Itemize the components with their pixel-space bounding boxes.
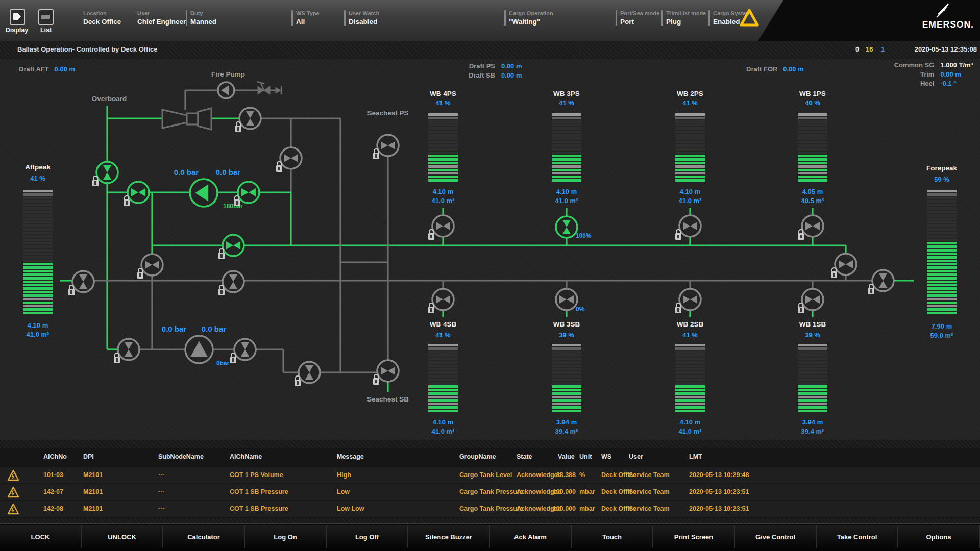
gauge-segment bbox=[428, 344, 458, 346]
column-header-group[interactable]: GroupName bbox=[459, 453, 496, 460]
crossover-top-valve[interactable] bbox=[276, 147, 302, 172]
column-header-dpi[interactable]: DPI bbox=[83, 453, 94, 460]
command-button-unlock[interactable]: UNLOCK bbox=[82, 525, 163, 548]
column-header-unit[interactable]: Unit bbox=[579, 453, 592, 460]
gauge-segment bbox=[927, 270, 957, 272]
alarm-cell-dpi: M2101 bbox=[83, 471, 103, 479]
column-header-sub[interactable]: SubNodeName bbox=[158, 453, 204, 460]
fire-line-valve[interactable] bbox=[257, 82, 281, 94]
pressure-readout: 0.0 bar bbox=[174, 168, 199, 177]
fire-pump[interactable] bbox=[218, 82, 234, 98]
fwd-line-valve[interactable] bbox=[868, 270, 894, 294]
command-button-calculator[interactable]: Calculator bbox=[163, 525, 245, 548]
gauge-segment bbox=[428, 371, 458, 374]
gauge-segment bbox=[798, 117, 827, 119]
column-header-lmt[interactable]: LMT bbox=[689, 453, 702, 460]
command-button-take-control[interactable]: Take Control bbox=[817, 525, 898, 548]
command-button-print-screen[interactable]: Print Screen bbox=[653, 525, 735, 548]
seachest-sb-label: Seachest SB bbox=[367, 395, 409, 403]
gauge-segment bbox=[798, 120, 827, 123]
column-header-no[interactable]: AlChNo bbox=[43, 453, 67, 460]
ballast-pump-1[interactable] bbox=[190, 179, 217, 207]
command-button-log-off[interactable]: Log Off bbox=[327, 525, 408, 548]
list-icon bbox=[41, 15, 50, 19]
trim-label: Trim bbox=[894, 70, 935, 78]
tank-level-gauge bbox=[428, 113, 458, 182]
tank-volume-value: 41.0 m³ bbox=[2, 331, 74, 338]
command-button-options[interactable]: Options bbox=[898, 525, 980, 548]
gauge-segment bbox=[798, 403, 827, 405]
wb3ps-valve[interactable] bbox=[556, 216, 577, 238]
column-header-msg[interactable]: Message bbox=[337, 453, 364, 460]
command-button-give-control[interactable]: Give Control bbox=[735, 525, 817, 548]
column-header-state[interactable]: State bbox=[517, 453, 532, 460]
gauge-segment bbox=[552, 152, 581, 154]
padlock-icon bbox=[124, 196, 130, 206]
stripping-valve[interactable] bbox=[295, 362, 320, 386]
gauge-segment bbox=[552, 365, 581, 367]
alarm-row[interactable]: 142-07M2101---COT 1 SB PressureLowCargo … bbox=[0, 484, 980, 500]
column-header-value[interactable]: Value bbox=[558, 453, 575, 460]
suction-line-valve[interactable] bbox=[218, 271, 244, 295]
wb2ps-valve[interactable] bbox=[675, 215, 701, 240]
gauge-segment bbox=[428, 152, 458, 154]
emerson-logo-icon bbox=[932, 2, 952, 19]
tank-percent: 59 % bbox=[906, 176, 977, 183]
alarm-list: AlChNoDPISubNodeNameAlChNameMessageGroup… bbox=[0, 448, 980, 518]
wb4sb-valve[interactable] bbox=[428, 289, 454, 313]
alarm-row[interactable]: 142-08M2101---COT 1 SB PressureLow LowCa… bbox=[0, 501, 980, 517]
column-header-user[interactable]: User bbox=[629, 453, 643, 460]
wb1ps-valve[interactable] bbox=[798, 215, 823, 240]
display-button[interactable] bbox=[10, 9, 25, 25]
gauge-segment bbox=[675, 403, 705, 405]
gauge-segment bbox=[552, 354, 581, 357]
fwd-riser-valve[interactable] bbox=[831, 254, 856, 278]
command-button-silence-buzzer[interactable]: Silence Buzzer bbox=[408, 525, 490, 548]
command-button-touch[interactable]: Touch bbox=[572, 525, 653, 548]
tank-volume-value: 41.0 m³ bbox=[654, 197, 726, 205]
screen-title: Ballast Operation- Controlled by Deck Of… bbox=[17, 45, 158, 53]
pump2-discharge-valve[interactable] bbox=[230, 339, 256, 363]
main-line-valve[interactable] bbox=[218, 235, 244, 259]
heel-value: -0.1 ° bbox=[940, 80, 973, 87]
gauge-segment bbox=[552, 165, 581, 168]
gauge-segment bbox=[675, 399, 705, 402]
pump2-suction-valve[interactable] bbox=[114, 339, 139, 363]
gauge-segment bbox=[798, 137, 827, 140]
gauge-segment bbox=[552, 113, 581, 116]
riser-valve[interactable] bbox=[137, 254, 163, 279]
command-button-lock[interactable]: LOCK bbox=[0, 525, 82, 548]
wb2sb-valve[interactable] bbox=[675, 289, 701, 313]
ballast-pump-2[interactable] bbox=[185, 336, 213, 363]
column-header-ws[interactable]: WS bbox=[601, 453, 611, 460]
tank-level-gauge bbox=[675, 344, 705, 412]
command-button-log-on[interactable]: Log On bbox=[245, 525, 327, 548]
alarm-warning-icon[interactable] bbox=[740, 8, 759, 28]
wb3sb-valve[interactable] bbox=[556, 289, 577, 310]
overboard-valve[interactable] bbox=[92, 162, 118, 186]
status-bar: Ballast Operation- Controlled by Deck Of… bbox=[0, 41, 980, 59]
pump1-suction-valve[interactable] bbox=[124, 182, 149, 206]
topbar-field-ws-type: WS TypeAll bbox=[296, 10, 320, 26]
gauge-segment bbox=[428, 117, 458, 119]
column-header-name[interactable]: AlChName bbox=[230, 453, 262, 460]
seachest-ps-valve[interactable] bbox=[373, 135, 399, 159]
seachest-sb-valve[interactable] bbox=[373, 360, 399, 385]
gauge-segment bbox=[798, 169, 827, 171]
list-button[interactable] bbox=[38, 9, 54, 25]
pump1-discharge-valve[interactable] bbox=[234, 182, 259, 206]
alarm-cell-lmt: 2020-05-13 10:23:51 bbox=[689, 488, 749, 495]
gauge-segment bbox=[798, 410, 827, 412]
field-value: Disabled bbox=[349, 17, 379, 26]
wb1sb-valve[interactable] bbox=[798, 289, 823, 313]
command-button-ack-alarm[interactable]: Ack Alarm bbox=[490, 525, 572, 548]
aft-line-valve[interactable] bbox=[68, 271, 94, 295]
gauge-segment bbox=[23, 298, 53, 300]
gauge-segment bbox=[675, 406, 705, 409]
gauge-segment bbox=[428, 379, 458, 381]
gauge-segment bbox=[552, 141, 581, 143]
eductor-outlet-valve[interactable] bbox=[235, 108, 261, 132]
mimic-diagram: OverboardFire PumpSeachest PSSeachest SB… bbox=[0, 59, 980, 440]
alarm-row[interactable]: 101-03M2101---COT 1 PS VolumeHighCargo T… bbox=[0, 467, 980, 483]
wb4ps-valve[interactable] bbox=[428, 215, 454, 240]
